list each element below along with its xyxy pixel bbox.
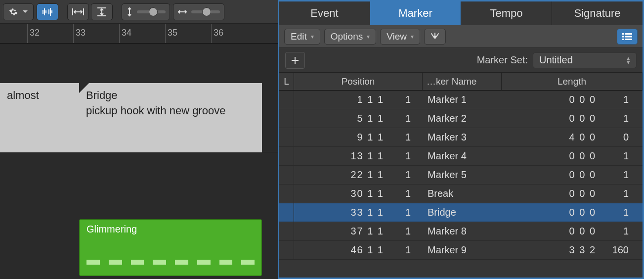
ruler-tick: 35 [165, 24, 179, 43]
position-bars: 37 1 1 [340, 226, 384, 237]
cell-position[interactable]: 30 1 11 [294, 185, 423, 203]
cell-lock [279, 128, 294, 146]
cell-lock [279, 91, 294, 109]
column-name[interactable]: …ker Name [423, 73, 502, 90]
svg-point-0 [434, 36, 436, 38]
add-marker-button[interactable] [285, 52, 305, 69]
position-bars: 5 1 1 [340, 113, 384, 124]
column-lock[interactable]: L [279, 73, 294, 90]
marker-set-select[interactable]: Untitled ▴▾ [533, 52, 637, 68]
tab-tempo[interactable]: Tempo [461, 1, 552, 25]
filter-button[interactable] [424, 29, 446, 45]
marker-title: Bridge [86, 88, 255, 103]
cell-marker-name[interactable]: Bridge [423, 203, 502, 222]
cell-length[interactable]: 0 0 01 [502, 91, 643, 109]
waveform-icon [41, 7, 54, 16]
column-length[interactable]: Length [502, 73, 643, 90]
length-ticks: 1 [606, 150, 629, 162]
filter-icon [429, 32, 440, 41]
menu-label: Options [331, 31, 363, 42]
cell-marker-name[interactable]: Marker 1 [423, 91, 502, 109]
menu-label: Edit [291, 31, 307, 42]
marker-table-body: 1 1 11Marker 10 0 015 1 11Marker 20 0 01… [279, 91, 643, 278]
waveform-button[interactable] [37, 3, 58, 20]
position-bars: 1 1 1 [340, 94, 384, 105]
cell-lock [279, 222, 294, 240]
table-row[interactable]: 30 1 11Break0 0 01 [279, 185, 643, 203]
cell-marker-name[interactable]: Marker 5 [423, 166, 502, 184]
table-row[interactable]: 37 1 11Marker 80 0 01 [279, 222, 643, 241]
length-ticks: 1 [606, 113, 629, 124]
vertical-zoom-slider[interactable] [122, 3, 170, 20]
ruler-tick: 32 [27, 24, 42, 43]
slider-track[interactable] [191, 10, 220, 13]
table-row[interactable]: 1 1 11Marker 10 0 01 [279, 91, 643, 109]
marker-set-bar: Marker Set: Untitled ▴▾ [279, 48, 643, 73]
cell-position[interactable]: 22 1 11 [294, 166, 423, 184]
marker-region-prev[interactable]: almost [0, 83, 79, 152]
position-bars: 30 1 1 [340, 188, 384, 199]
updown-icon: ▴▾ [627, 56, 630, 64]
length-ticks: 1 [606, 207, 629, 218]
fit-vertical-button[interactable] [91, 3, 113, 20]
slider-track[interactable] [137, 10, 166, 13]
options-menu[interactable]: Options ▾ [324, 29, 376, 45]
cell-length[interactable]: 0 0 01 [502, 185, 643, 203]
tab-signature[interactable]: Signature [552, 1, 643, 25]
audio-region-glimmering[interactable]: Glimmering [79, 219, 262, 276]
slider-thumb[interactable] [202, 7, 211, 16]
menu-bar: Edit ▾ Options ▾ View ▾ [279, 25, 643, 48]
position-bars: 22 1 1 [340, 169, 384, 181]
cell-length[interactable]: 0 0 01 [502, 222, 643, 240]
cell-length[interactable]: 0 0 01 [502, 147, 643, 165]
cell-marker-name[interactable]: Marker 3 [423, 128, 502, 146]
cell-marker-name[interactable]: Marker 9 [423, 241, 502, 259]
cell-position[interactable]: 46 1 11 [294, 241, 423, 259]
cell-lock [279, 166, 294, 184]
length-bars: 0 0 0 [561, 113, 596, 124]
cell-position[interactable]: 33 1 11 [294, 203, 423, 222]
table-row[interactable]: 13 1 11Marker 40 0 01 [279, 147, 643, 166]
cell-position[interactable]: 5 1 11 [294, 109, 423, 128]
tab-event[interactable]: Event [279, 1, 370, 25]
tab-marker[interactable]: Marker [370, 1, 461, 25]
cell-position[interactable]: 1 1 11 [294, 91, 423, 109]
svg-rect-5 [622, 39, 624, 40]
fit-horizontal-button[interactable] [67, 3, 89, 20]
svg-rect-3 [622, 36, 624, 37]
chevron-down-icon: ▾ [367, 33, 370, 40]
table-row[interactable]: 22 1 11Marker 50 0 01 [279, 166, 643, 185]
position-ticks: 1 [396, 150, 411, 162]
cell-position[interactable]: 13 1 11 [294, 147, 423, 165]
horizontal-zoom-slider[interactable] [173, 3, 224, 20]
cell-position[interactable]: 37 1 11 [294, 222, 423, 240]
cell-length[interactable]: 0 0 01 [502, 203, 643, 222]
cell-marker-name[interactable]: Marker 2 [423, 109, 502, 128]
length-bars: 0 0 0 [561, 188, 596, 199]
fit-horizontal-icon [72, 7, 85, 16]
region-lane: Glimmering [0, 219, 278, 279]
table-row[interactable]: 5 1 11Marker 20 0 01 [279, 109, 643, 128]
cell-position[interactable]: 9 1 11 [294, 128, 423, 146]
cell-marker-name[interactable]: Marker 4 [423, 147, 502, 165]
cell-marker-name[interactable]: Marker 8 [423, 222, 502, 240]
cell-lock [279, 147, 294, 165]
table-row[interactable]: 33 1 11Bridge0 0 01 [279, 203, 643, 222]
table-row[interactable]: 9 1 11Marker 34 0 00 [279, 128, 643, 147]
column-position[interactable]: Position [294, 73, 423, 90]
edit-menu[interactable]: Edit ▾ [284, 29, 320, 45]
arrange-area[interactable]: almost Bridge pickup hook with new groov… [0, 44, 278, 279]
settings-button[interactable] [3, 3, 34, 20]
bar-ruler[interactable]: 32 33 34 35 36 [0, 24, 278, 44]
slider-thumb[interactable] [149, 7, 158, 16]
marker-region-bridge[interactable]: Bridge pickup hook with new groove [79, 83, 262, 152]
view-menu[interactable]: View ▾ [380, 29, 420, 45]
cell-length[interactable]: 0 0 01 [502, 166, 643, 184]
table-header: L Position …ker Name Length [279, 73, 643, 91]
cell-marker-name[interactable]: Break [423, 185, 502, 203]
cell-length[interactable]: 3 3 2160 [502, 241, 643, 259]
table-row[interactable]: 46 1 11Marker 93 3 2160 [279, 241, 643, 260]
cell-length[interactable]: 4 0 00 [502, 128, 643, 146]
list-view-toggle[interactable] [617, 29, 638, 45]
cell-length[interactable]: 0 0 01 [502, 109, 643, 128]
